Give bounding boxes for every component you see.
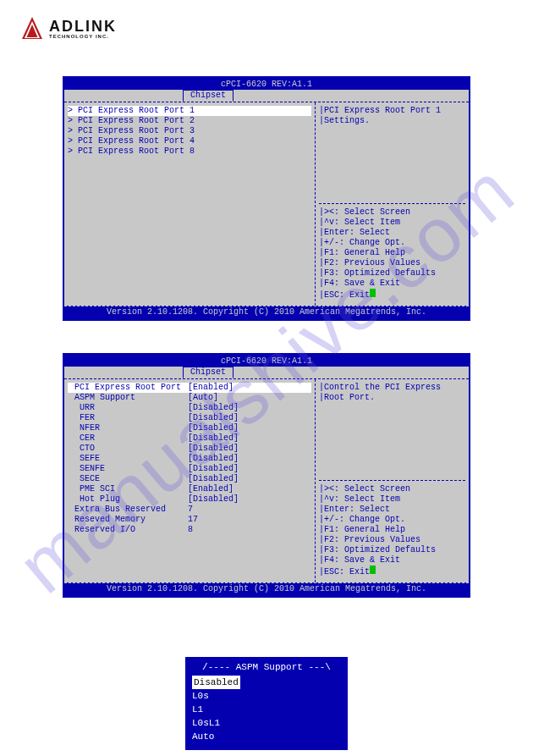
setting-row[interactable]: URR[Disabled] bbox=[68, 403, 311, 413]
key-help: |F4: Save & Exit bbox=[319, 279, 465, 289]
adlink-logo-icon bbox=[20, 15, 44, 41]
menu-item-port3[interactable]: > PCI Express Root Port 3 bbox=[68, 126, 311, 136]
brand-name: ADLINK bbox=[49, 18, 117, 36]
tab-chipset[interactable]: Chipset bbox=[183, 90, 234, 102]
tab-chipset[interactable]: Chipset bbox=[183, 367, 234, 378]
setting-row[interactable]: SECE[Disabled] bbox=[68, 474, 311, 484]
popup-option-disabled[interactable]: Disabled bbox=[192, 676, 240, 689]
key-help: |+/-: Change Opt. bbox=[319, 515, 465, 525]
setting-row[interactable]: PCI Express Root Port[Enabled] bbox=[68, 383, 311, 393]
key-help: |F1: General Help bbox=[319, 248, 465, 258]
key-help: |F3: Optimized Defaults bbox=[319, 268, 465, 279]
key-help: |><: Select Screen bbox=[319, 207, 465, 218]
key-help: |Enter: Select bbox=[319, 228, 465, 238]
key-help: |ESC: Exit bbox=[319, 566, 465, 577]
key-help: |F3: Optimized Defaults bbox=[319, 545, 465, 555]
setting-row[interactable]: CER[Disabled] bbox=[68, 433, 311, 444]
bios1-menu-panel: > PCI Express Root Port 1 > PCI Express … bbox=[64, 102, 316, 306]
brand-header: ADLINK TECHNOLOGY INC. bbox=[0, 0, 533, 44]
setting-row[interactable]: PME SCI[Enabled] bbox=[68, 484, 311, 494]
popup-option-l0s[interactable]: L0s bbox=[192, 689, 341, 703]
setting-row[interactable]: Reserved I/O8 bbox=[68, 525, 311, 535]
popup-option-l1[interactable]: L1 bbox=[192, 703, 341, 716]
help-line: |Control the PCI Express bbox=[319, 383, 465, 393]
key-help: |^v: Select Item bbox=[319, 218, 465, 228]
setting-row[interactable]: SEFE[Disabled] bbox=[68, 454, 311, 464]
separator bbox=[319, 480, 465, 481]
key-help: |Enter: Select bbox=[319, 505, 465, 515]
bios-tab-bar: Chipset bbox=[64, 90, 469, 102]
help-line: |PCI Express Root Port 1 bbox=[319, 106, 465, 116]
menu-item-port1[interactable]: > PCI Express Root Port 1 bbox=[68, 106, 311, 116]
key-help: |F1: General Help bbox=[319, 525, 465, 535]
popup-title: /---- ASPM Support ---\ bbox=[192, 662, 341, 676]
setting-row[interactable]: Reseved Memory17 bbox=[68, 515, 311, 525]
cursor-icon bbox=[370, 566, 376, 574]
bios-title-bar: cPCI-6620 REV:A1.1 bbox=[64, 355, 469, 367]
menu-item-port8[interactable]: > PCI Express Root Port 8 bbox=[68, 146, 311, 157]
menu-item-port4[interactable]: > PCI Express Root Port 4 bbox=[68, 136, 311, 146]
popup-option-l0sl1[interactable]: L0sL1 bbox=[192, 716, 341, 730]
bios-window-2: cPCI-6620 REV:A1.1 Chipset PCI Express R… bbox=[63, 353, 470, 598]
bios2-settings-panel: PCI Express Root Port[Enabled] ASPM Supp… bbox=[64, 379, 316, 582]
popup-option-auto[interactable]: Auto bbox=[192, 730, 341, 743]
setting-row[interactable]: NFER[Disabled] bbox=[68, 423, 311, 433]
setting-row[interactable]: FER[Disabled] bbox=[68, 413, 311, 423]
key-help: |ESC: Exit bbox=[319, 289, 465, 301]
key-help: |F4: Save & Exit bbox=[319, 555, 465, 566]
bios-tab-bar: Chipset bbox=[64, 367, 469, 378]
bios-title-bar: cPCI-6620 REV:A1.1 bbox=[64, 78, 469, 90]
help-line: |Root Port. bbox=[319, 393, 465, 403]
setting-row[interactable]: Extra Bus Reserved7 bbox=[68, 505, 311, 515]
setting-row[interactable]: Hot Plug[Disabled] bbox=[68, 494, 311, 505]
key-help: |><: Select Screen bbox=[319, 484, 465, 494]
cursor-icon bbox=[370, 289, 376, 297]
bios-footer: Version 2.10.1208. Copyright (C) 2010 Am… bbox=[64, 582, 469, 596]
key-help: |F2: Previous Values bbox=[319, 535, 465, 545]
separator bbox=[319, 203, 465, 204]
brand-subtitle: TECHNOLOGY INC. bbox=[49, 34, 117, 39]
setting-row[interactable]: SENFE[Disabled] bbox=[68, 464, 311, 474]
key-help: |+/-: Change Opt. bbox=[319, 238, 465, 248]
help-line: |Settings. bbox=[319, 116, 465, 126]
bios-footer: Version 2.10.1208. Copyright (C) 2010 Am… bbox=[64, 306, 469, 319]
bios2-help-panel: |Control the PCI Express |Root Port. |><… bbox=[316, 379, 469, 582]
bios1-help-panel: |PCI Express Root Port 1 |Settings. |><:… bbox=[316, 102, 469, 306]
bios-window-1: cPCI-6620 REV:A1.1 Chipset > PCI Express… bbox=[63, 76, 470, 321]
key-help: |^v: Select Item bbox=[319, 494, 465, 505]
menu-item-port2[interactable]: > PCI Express Root Port 2 bbox=[68, 116, 311, 126]
aspm-popup: /---- ASPM Support ---\ Disabled L0s L1 … bbox=[185, 657, 348, 750]
setting-row[interactable]: CTO[Disabled] bbox=[68, 444, 311, 454]
setting-row[interactable]: ASPM Support[Auto] bbox=[68, 393, 311, 403]
key-help: |F2: Previous Values bbox=[319, 258, 465, 268]
